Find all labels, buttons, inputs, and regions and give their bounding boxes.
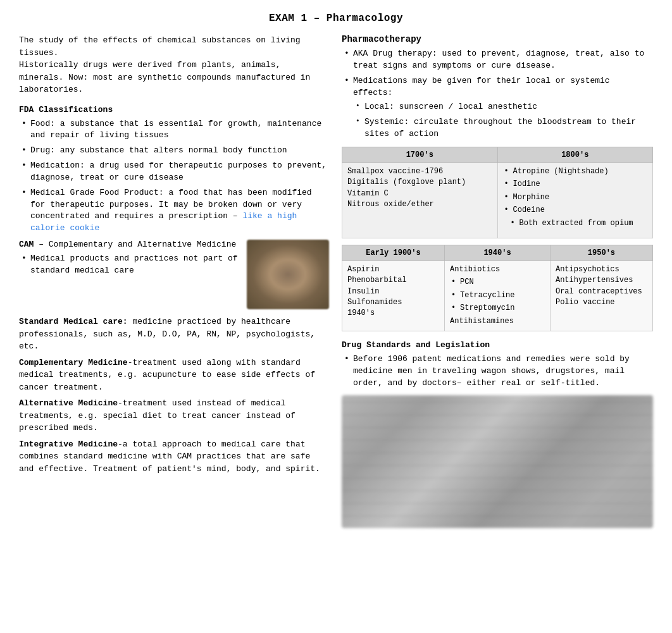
morphine-item: Morphine <box>503 192 648 203</box>
alternative-para: Alternative Medicine-treatment used inst… <box>19 397 329 434</box>
std-care-block: Standard Medical care: medicine practice… <box>19 316 329 475</box>
table2-row1-col3: Antipsychotics Antihypertensives Oral co… <box>550 261 652 331</box>
intro-line-1: The study of the effects of chemical sub… <box>19 35 301 58</box>
iodine-item: Iodine <box>503 179 648 190</box>
pharma-bullet-2-text: Medications may be given for their local… <box>353 76 610 97</box>
table1-1800-list: Atropine (Nightshade) Iodine Morphine Co… <box>503 166 648 216</box>
cam-bold: CAM <box>19 240 34 249</box>
table2-row1-col1: Aspirin Phenobarbital Insulin Sulfonamid… <box>342 261 445 331</box>
pharma-section: Pharmacotherapy AKA Drug therapy: used t… <box>342 34 653 140</box>
intro-text: The study of the effects of chemical sub… <box>19 34 329 96</box>
antihistamines-text: Antihistamines <box>450 316 545 327</box>
complementary-para: Complementary Medicine-treatment used al… <box>19 357 329 394</box>
antibiotics-label: Antibiotics <box>450 265 500 274</box>
table1-header-1800: 1800's <box>497 147 653 163</box>
fda-list: Food: a substance that is essential for … <box>19 118 329 235</box>
complementary-heading: Complementary Medicine <box>19 358 128 367</box>
table2-header-1940: 1940's <box>445 245 551 261</box>
standard-care-para: Standard Medical care: medicine practice… <box>19 316 329 353</box>
pcn-item: PCN <box>450 277 545 288</box>
fda-item-3-text: Medication: a drug used for therapeutic … <box>30 161 327 182</box>
atropine-item: Atropine (Nightshade) <box>503 166 648 177</box>
table1-row1-col1: Smallpox vaccine-1796 Digitalis (foxglov… <box>342 163 498 238</box>
fda-item-2: Drug: any substance that alters normal b… <box>19 145 329 157</box>
fda-item-4: Medical Grade Food Product: a food that … <box>19 187 329 235</box>
fda-item-1-text: Food: a substance that is essential for … <box>30 119 321 140</box>
table2-header-early1900: Early 1900's <box>342 245 445 261</box>
alternative-heading: Alternative Medicine <box>19 398 118 408</box>
right-column: Pharmacotherapy AKA Drug therapy: used t… <box>342 34 653 528</box>
blurred-content-block <box>342 395 653 528</box>
codeine-item: Codeine <box>503 205 648 216</box>
tetracycline-item: Tetracycline <box>450 290 545 301</box>
cam-block: CAM – Complementary and Alternative Medi… <box>19 240 329 309</box>
cam-text: CAM – Complementary and Alternative Medi… <box>19 240 240 282</box>
cam-heading: CAM – Complementary and Alternative Medi… <box>19 240 240 249</box>
table1-row1-col2: Atropine (Nightshade) Iodine Morphine Co… <box>497 163 653 238</box>
history-table-1: 1700's 1800's Smallpox vaccine-1796 Digi… <box>342 147 653 238</box>
left-column: The study of the effects of chemical sub… <box>19 34 329 479</box>
pharma-sub-2: Systemic: circulate throughout the blood… <box>353 116 653 140</box>
drug-standards-item: Before 1906 patent medications and remed… <box>342 353 653 390</box>
cam-image <box>247 240 329 309</box>
cam-item-1: Medical products and practices not part … <box>19 253 240 277</box>
pharma-bullet-1: AKA Drug therapy: used to prevent, diagn… <box>342 48 653 72</box>
fda-item-1: Food: a substance that is essential for … <box>19 118 329 142</box>
pharma-bullets: AKA Drug therapy: used to prevent, diagn… <box>342 48 653 140</box>
intro-line-2: Historically drugs were derived from pla… <box>19 60 310 94</box>
cam-list: Medical products and practices not part … <box>19 253 240 277</box>
fda-item-3: Medication: a drug used for therapeutic … <box>19 160 329 184</box>
page-title: EXAM 1 – Pharmacology <box>19 13 653 24</box>
streptomycin-item: Streptomycin <box>450 303 545 314</box>
history-table-2: Early 1900's 1940's 1950's Aspirin Pheno… <box>342 245 653 331</box>
opium-note: Both extracted from opium <box>503 218 648 229</box>
fda-item-2-text: Drug: any substance that alters normal b… <box>30 145 287 155</box>
pharma-sub-list: Local: sunscreen / local anesthetic Syst… <box>353 101 653 140</box>
table1-header-1700: 1700's <box>342 147 498 163</box>
pharma-bullet-2: Medications may be given for their local… <box>342 75 653 140</box>
cam-rest: – Complementary and Alternative Medicine <box>34 240 236 249</box>
drug-standards-list: Before 1906 patent medications and remed… <box>342 353 653 390</box>
integrative-heading: Integrative Medicine <box>19 439 118 449</box>
antibiotics-list: PCN Tetracycline Streptomycin <box>450 277 545 314</box>
pharma-sub-1: Local: sunscreen / local anesthetic <box>353 101 653 113</box>
integrative-para: Integrative Medicine-a total approach to… <box>19 438 329 476</box>
pharma-heading: Pharmacotherapy <box>342 34 653 44</box>
drug-standards-heading: Drug Standards and Legislation <box>342 340 653 350</box>
opium-item: Both extracted from opium <box>509 218 648 229</box>
drug-standards-section: Drug Standards and Legislation Before 19… <box>342 340 653 390</box>
table2-row1-col2: Antibiotics PCN Tetracycline Streptomyci… <box>445 261 551 331</box>
standard-care-heading: Standard Medical care: <box>19 317 128 326</box>
table2-header-1950: 1950's <box>550 245 652 261</box>
fda-heading: FDA Classifications <box>19 105 329 114</box>
